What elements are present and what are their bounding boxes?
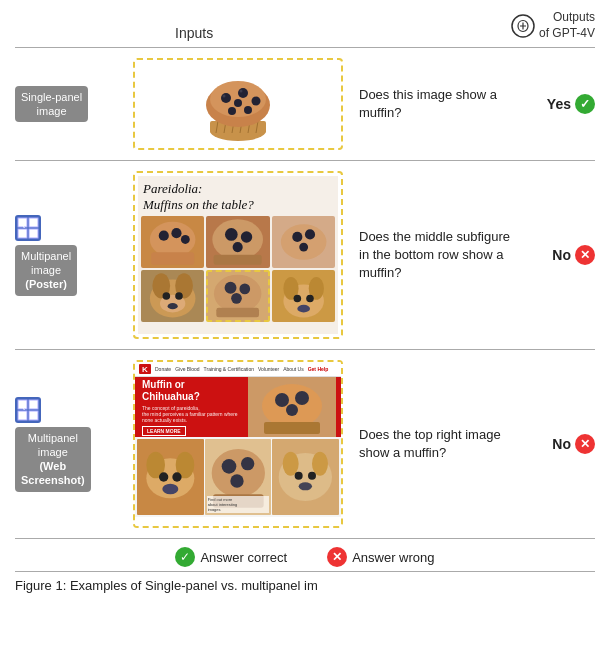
- svg-point-71: [159, 473, 168, 482]
- svg-point-37: [305, 230, 315, 240]
- svg-point-44: [175, 293, 183, 301]
- footer-wrong-label: Answer wrong: [352, 550, 434, 565]
- svg-point-80: [283, 452, 299, 476]
- svg-point-73: [162, 484, 178, 495]
- svg-point-16: [234, 99, 242, 107]
- svg-point-81: [312, 452, 328, 476]
- muffin-image: [188, 63, 288, 145]
- label-badge-web: Multipanelimage(WebScreenshot): [15, 427, 91, 492]
- poster-image: Pareidolia:Muffins on the table?: [138, 176, 338, 334]
- svg-point-65: [295, 391, 309, 405]
- svg-point-28: [181, 235, 190, 244]
- poster-cell-3: [272, 216, 335, 268]
- svg-point-48: [240, 284, 251, 295]
- svg-point-43: [163, 293, 171, 301]
- svg-point-56: [297, 305, 310, 313]
- x-icon-poster: ✕: [575, 245, 595, 265]
- footer-correct-label: Answer correct: [200, 550, 287, 565]
- svg-point-54: [293, 295, 301, 303]
- svg-point-14: [228, 107, 236, 115]
- web-nav-training: Training & Certification: [204, 366, 254, 372]
- svg-point-30: [213, 220, 264, 261]
- label-badge-single: Single-panelimage: [15, 86, 88, 123]
- web-hero-desc-text: The concept of pareidolia,the mind perce…: [142, 405, 246, 423]
- question-single-panel: Does this image show a muffin?: [351, 86, 527, 122]
- svg-point-32: [241, 232, 252, 243]
- row-poster: Q A Multipanelimage(Poster) Pareidolia:M…: [15, 161, 595, 350]
- svg-point-31: [225, 228, 238, 241]
- web-logo: K: [139, 364, 151, 374]
- svg-point-33: [233, 242, 243, 252]
- question-poster: Does the middle subfigure in the bottom …: [351, 228, 527, 283]
- svg-rect-60: [29, 411, 38, 420]
- svg-point-27: [171, 228, 181, 238]
- web-hero-muffin-svg: [252, 378, 332, 436]
- svg-point-84: [299, 483, 312, 491]
- web-nav-donate: Donate: [155, 366, 171, 372]
- label-single-panel: Single-panelimage: [15, 86, 125, 123]
- svg-point-26: [159, 231, 169, 241]
- header-gpt: Outputs of GPT-4V: [511, 10, 595, 41]
- svg-rect-50: [217, 308, 260, 317]
- svg-point-55: [306, 295, 314, 303]
- svg-point-47: [225, 282, 237, 294]
- svg-point-15: [244, 106, 252, 114]
- svg-point-77: [230, 475, 243, 488]
- web-hero-section: Muffin orChihuahua? The concept of parei…: [135, 377, 341, 437]
- svg-rect-21: [18, 229, 27, 238]
- label-web: Q A Multipanelimage(WebScreenshot): [15, 397, 125, 492]
- poster-cell-1: [141, 216, 204, 268]
- figure-caption: Figure 1: Examples of Single-panel vs. m…: [15, 572, 595, 595]
- svg-rect-22: [29, 229, 38, 238]
- svg-rect-34: [214, 255, 262, 265]
- check-icon: ✓: [575, 94, 595, 114]
- svg-text:Q: Q: [21, 220, 27, 228]
- web-hero-image: [248, 377, 336, 437]
- svg-point-45: [168, 303, 178, 309]
- svg-point-38: [299, 243, 308, 252]
- svg-point-64: [275, 393, 289, 407]
- qa-icon-svg-2: Q A: [17, 399, 39, 421]
- svg-text:A: A: [31, 220, 36, 227]
- svg-point-83: [308, 472, 316, 480]
- openai-logo-icon: [511, 14, 535, 38]
- svg-point-35: [281, 225, 327, 260]
- svg-point-49: [231, 293, 242, 304]
- svg-point-36: [292, 232, 302, 242]
- image-col-poster: Pareidolia:Muffins on the table?: [133, 171, 343, 339]
- answer-single-panel: Yes ✓: [535, 94, 595, 114]
- svg-point-75: [221, 459, 236, 474]
- answer-poster: No ✕: [535, 245, 595, 265]
- poster-cell-2: [206, 216, 269, 268]
- svg-point-12: [238, 88, 248, 98]
- svg-point-11: [221, 93, 231, 103]
- svg-rect-29: [151, 253, 194, 266]
- svg-point-17: [223, 95, 226, 98]
- svg-point-13: [252, 97, 261, 106]
- web-navbar: K Donate Give Blood Training & Certifica…: [135, 362, 341, 377]
- answer-web: No ✕: [535, 434, 595, 454]
- label-poster: Q A Multipanelimage(Poster): [15, 215, 125, 296]
- web-bottom-cell-3: [272, 439, 339, 515]
- web-hero-title-text: Muffin orChihuahua?: [142, 379, 246, 403]
- svg-point-74: [211, 449, 264, 497]
- answer-text-single: Yes: [547, 96, 571, 112]
- answer-text-poster: No: [552, 247, 571, 263]
- main-container: Inputs Outputs of GPT-4V Single-panelima…: [0, 0, 610, 603]
- row-web: Q A Multipanelimage(WebScreenshot) K Don…: [15, 350, 595, 539]
- poster-cell-6: [272, 270, 335, 322]
- web-nav-about: About Us: [283, 366, 304, 372]
- svg-point-76: [241, 457, 254, 470]
- web-nav-blood: Give Blood: [175, 366, 199, 372]
- web-nav-volunteer: Volunteer: [258, 366, 279, 372]
- svg-text:A: A: [31, 402, 36, 409]
- web-cell-caption: Find out moreabout interestingimages: [207, 496, 270, 513]
- svg-point-18: [240, 90, 243, 93]
- qa-icon-web: Q A: [15, 397, 41, 423]
- gpt-outputs-label: Outputs of GPT-4V: [539, 10, 595, 41]
- image-col-single: [133, 58, 343, 150]
- label-badge-poster: Multipanelimage(Poster): [15, 245, 77, 296]
- web-nav-help: Get Help: [308, 366, 329, 372]
- answer-text-web: No: [552, 436, 571, 452]
- poster-cell-5: [206, 270, 269, 322]
